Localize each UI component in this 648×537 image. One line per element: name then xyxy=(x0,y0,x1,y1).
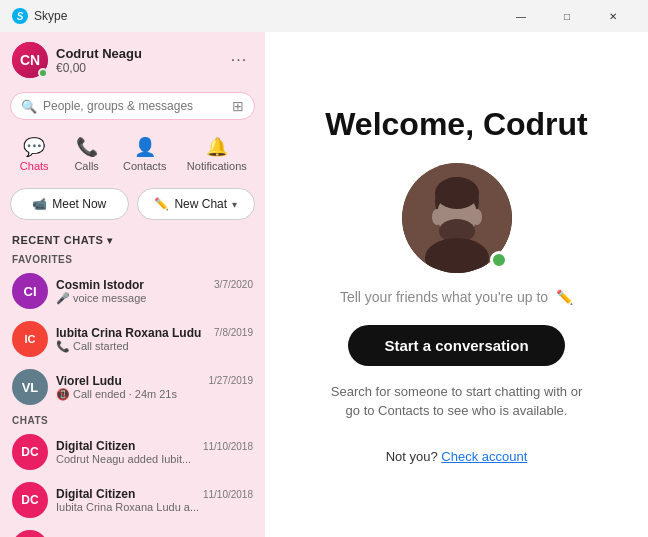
chat-content: Digital Citizen 11/10/2018 Iubita Crina … xyxy=(56,487,253,513)
tab-calls[interactable]: 📞 Calls xyxy=(63,132,111,176)
chat-name-row: Cosmin Istodor 3/7/2020 xyxy=(56,278,253,292)
chat-preview: Iubita Crina Roxana Ludu a... xyxy=(56,501,253,513)
chat-name-row: Viorel Ludu 1/27/2019 xyxy=(56,374,253,388)
status-line: Tell your friends what you're up to ✏️ xyxy=(340,289,573,305)
app-title: Skype xyxy=(34,9,498,23)
close-button[interactable]: ✕ xyxy=(590,0,636,32)
chat-content: Digital Citizen 11/10/2018 Codrut Neagu … xyxy=(56,439,253,465)
chats-subheader: CHATS xyxy=(0,411,265,428)
chat-content: Iubita Crina Roxana Ludu 7/8/2019 📞 Call… xyxy=(56,326,253,353)
tab-notifications[interactable]: 🔔 Notifications xyxy=(179,132,255,176)
avatar: CI xyxy=(12,273,48,309)
nav-tabs: 💬 Chats 📞 Calls 👤 Contacts 🔔 Notificatio… xyxy=(0,128,265,180)
chat-name: Digital Citizen xyxy=(56,439,135,453)
titlebar: S Skype — □ ✕ xyxy=(0,0,648,32)
search-bar: 🔍 ⊞ xyxy=(10,92,255,120)
chat-name: Cosmin Istodor xyxy=(56,278,144,292)
avatar: DC xyxy=(12,434,48,470)
favorites-label: FAVORITES xyxy=(12,254,72,265)
chats-label: Chats xyxy=(20,160,49,172)
chat-name: Digital Citizen xyxy=(56,487,135,501)
phone-icon: 📞 xyxy=(56,340,70,353)
contacts-label: Contacts xyxy=(123,160,166,172)
welcome-title: Welcome, Codrut xyxy=(325,106,588,143)
chats-icon: 💬 xyxy=(23,136,45,158)
chat-date: 3/7/2020 xyxy=(214,279,253,290)
svg-point-5 xyxy=(435,177,479,209)
chat-name: Viorel Ludu xyxy=(56,374,122,388)
chats-section: RECENT CHATS ▾ FAVORITES CI Cosmin Istod… xyxy=(0,228,265,537)
user-info: Codrut Neagu €0,00 xyxy=(56,46,217,75)
chat-name-row: Iubita Crina Roxana Ludu 7/8/2019 xyxy=(56,326,253,340)
user-balance: €0,00 xyxy=(56,61,217,75)
meet-now-button[interactable]: 📹 Meet Now xyxy=(10,188,129,220)
chat-content: Viorel Ludu 1/27/2019 📵 Call ended · 24m… xyxy=(56,374,253,401)
chat-name-row: Digital Citizen 11/10/2018 xyxy=(56,487,253,501)
edit-icon[interactable]: ✏️ xyxy=(556,289,573,305)
recent-chats-header[interactable]: RECENT CHATS ▾ xyxy=(0,228,265,250)
favorites-header: FAVORITES xyxy=(0,250,265,267)
list-item[interactable]: DC Digital Citizen 11/10/2018 Iubita Cri… xyxy=(0,476,265,524)
contacts-icon: 👤 xyxy=(134,136,156,158)
not-you-section: Not you? Check account xyxy=(386,449,528,464)
notifications-icon: 🔔 xyxy=(206,136,228,158)
online-status-dot xyxy=(490,251,508,269)
chat-preview: 🎤 voice message xyxy=(56,292,253,305)
chat-name: Iubita Crina Roxana Ludu xyxy=(56,326,201,340)
app-logo: S xyxy=(12,8,28,24)
chat-preview: Codrut Neagu added Iubit... xyxy=(56,453,253,465)
sidebar: CN Codrut Neagu €0,00 ··· 🔍 ⊞ 💬 Chats 📞 xyxy=(0,32,265,537)
chat-content: Cosmin Istodor 3/7/2020 🎤 voice message xyxy=(56,278,253,305)
recent-chats-label: RECENT CHATS xyxy=(12,234,103,246)
profile-picture-wrap xyxy=(402,163,512,273)
tab-contacts[interactable]: 👤 Contacts xyxy=(115,132,174,176)
window-controls: — □ ✕ xyxy=(498,0,636,32)
new-chat-label: New Chat xyxy=(174,197,227,211)
list-item[interactable]: CI Cosmin Istodor 3/7/2020 🎤 voice messa… xyxy=(0,267,265,315)
user-more-button[interactable]: ··· xyxy=(225,46,253,74)
mic-icon: 🎤 xyxy=(56,292,70,305)
new-chat-icon: ✏️ xyxy=(154,197,169,211)
main-layout: CN Codrut Neagu €0,00 ··· 🔍 ⊞ 💬 Chats 📞 xyxy=(0,32,648,537)
chat-date: 11/10/2018 xyxy=(203,441,253,452)
action-buttons: 📹 Meet Now ✏️ New Chat ▾ xyxy=(0,184,265,228)
chat-preview: 📞 Call started xyxy=(56,340,253,353)
chevron-down-icon: ▾ xyxy=(107,235,113,246)
grid-icon[interactable]: ⊞ xyxy=(232,98,244,114)
search-icon: 🔍 xyxy=(21,99,37,114)
status-text: Tell your friends what you're up to xyxy=(340,289,548,305)
chat-date: 7/8/2019 xyxy=(214,327,253,338)
user-name: Codrut Neagu xyxy=(56,46,217,61)
calls-icon: 📞 xyxy=(76,136,98,158)
list-item[interactable]: DC Digital Citizen 11/10/2018 xyxy=(0,524,265,537)
user-avatar-wrap[interactable]: CN xyxy=(12,42,48,78)
right-panel: Welcome, Codrut xyxy=(265,32,648,537)
list-item[interactable]: VL Viorel Ludu 1/27/2019 📵 Call ended · … xyxy=(0,363,265,411)
new-chat-button[interactable]: ✏️ New Chat ▾ xyxy=(137,188,256,220)
status-dot xyxy=(38,68,48,78)
calls-label: Calls xyxy=(74,160,98,172)
svg-point-7 xyxy=(472,209,482,225)
notifications-label: Notifications xyxy=(187,160,247,172)
not-you-text: Not you? xyxy=(386,449,438,464)
avatar: IC xyxy=(12,321,48,357)
meet-now-icon: 📹 xyxy=(32,197,47,211)
chat-date: 11/10/2018 xyxy=(203,489,253,500)
avatar: DC xyxy=(12,482,48,518)
start-conversation-button[interactable]: Start a conversation xyxy=(348,325,564,366)
search-input[interactable] xyxy=(43,99,226,113)
chats-label: CHATS xyxy=(12,415,48,426)
meet-now-label: Meet Now xyxy=(52,197,106,211)
dropdown-arrow-icon: ▾ xyxy=(232,199,237,210)
maximize-button[interactable]: □ xyxy=(544,0,590,32)
avatar: VL xyxy=(12,369,48,405)
tab-chats[interactable]: 💬 Chats xyxy=(10,132,58,176)
check-account-link[interactable]: Check account xyxy=(441,449,527,464)
list-item[interactable]: DC Digital Citizen 11/10/2018 Codrut Nea… xyxy=(0,428,265,476)
minimize-button[interactable]: — xyxy=(498,0,544,32)
chat-preview: 📵 Call ended · 24m 21s xyxy=(56,388,253,401)
svg-point-6 xyxy=(432,209,442,225)
chat-date: 1/27/2019 xyxy=(209,375,254,386)
list-item[interactable]: IC Iubita Crina Roxana Ludu 7/8/2019 📞 C… xyxy=(0,315,265,363)
phone-missed-icon: 📵 xyxy=(56,388,70,401)
